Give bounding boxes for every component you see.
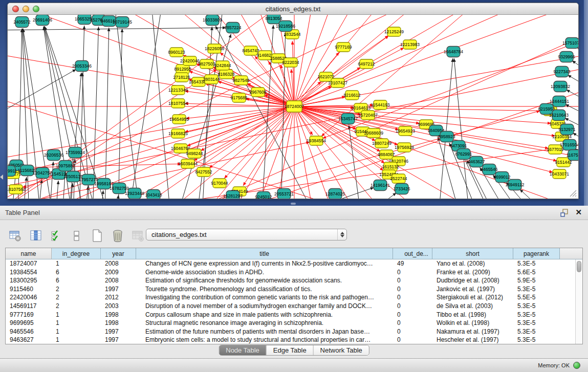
close-panel-icon[interactable]: ✕ (575, 208, 582, 217)
column-header-short[interactable]: short (432, 248, 513, 259)
selected-edge[interactable] (209, 106, 294, 168)
edge[interactable] (105, 28, 109, 199)
selected-edge-ray[interactable] (294, 106, 578, 199)
network-node-selected[interactable]: 22420046 (180, 56, 200, 65)
edge[interactable] (116, 195, 119, 199)
table-row[interactable]: 2242004622012Investigating the contribut… (6, 293, 582, 302)
network-node-selected[interactable]: 10107427 (328, 78, 347, 87)
edge[interactable] (79, 26, 84, 199)
network-node[interactable]: 8762991 (455, 149, 472, 160)
network-node-selected[interactable]: 2803144 (203, 75, 220, 84)
tab-network-table[interactable]: Network Table (314, 345, 369, 355)
table-row[interactable]: 946554611997Estimation of the future num… (6, 327, 582, 336)
select-attributes-icon[interactable] (49, 229, 63, 243)
selected-edge[interactable] (294, 106, 553, 172)
network-node[interactable]: 20691406 (33, 15, 52, 26)
network-node-selected[interactable]: 19166825 (168, 129, 188, 138)
network-node-selected[interactable]: 9242844 (214, 61, 231, 70)
delete-attribute-icon[interactable] (111, 229, 124, 243)
network-node-selected[interactable]: 18226058 (205, 44, 224, 53)
column-header-name[interactable]: name (6, 248, 52, 259)
new-table-icon[interactable] (90, 229, 104, 243)
network-node[interactable]: 9227343 (553, 67, 570, 77)
network-node[interactable]: 9463627 (468, 157, 485, 167)
tab-node-table[interactable]: Node Table (219, 345, 267, 355)
network-node[interactable]: 9329966 (558, 52, 575, 62)
edge[interactable] (454, 58, 469, 199)
network-graph[interactable]: 1872400789601231822605889129559827503165… (8, 15, 578, 199)
network-node[interactable]: 8958923 (438, 132, 455, 142)
network-node[interactable]: 12874025 (325, 189, 345, 199)
network-node-selected[interactable]: 18107554 (168, 99, 188, 108)
selected-edge-ray[interactable] (294, 106, 578, 199)
selected-edge-ray[interactable] (294, 106, 578, 199)
column-header-pagerank[interactable]: pagerank (513, 248, 560, 259)
zoom-window-button[interactable] (33, 6, 39, 12)
edge[interactable] (577, 47, 578, 63)
column-header-out_degree[interactable]: out_de... (393, 248, 432, 259)
network-node-selected[interactable]: 12213983 (400, 40, 420, 49)
collapse-panel-arrow-icon[interactable] (0, 174, 3, 180)
network-node[interactable]: 9699012 (493, 172, 510, 183)
network-node-selected[interactable]: 8427552 (195, 167, 212, 177)
table-scrollbar[interactable] (575, 259, 582, 344)
network-node-selected[interactable]: 10433071 (550, 169, 569, 179)
network-node[interactable]: 17359924 (66, 147, 85, 158)
network-node-selected[interactable]: 8960123 (168, 48, 185, 57)
table-row[interactable]: 977716911998Corpus callosum shape and si… (6, 311, 582, 319)
network-node-selected[interactable]: 8216612 (343, 91, 360, 100)
network-node-selected[interactable]: 2522744 (390, 174, 407, 183)
selected-edge-ray[interactable] (294, 15, 578, 106)
network-node-selected[interactable]: 9777169 (335, 42, 352, 52)
network-node[interactable]: 9465546 (481, 164, 497, 175)
network-node-selected[interactable]: 2718126 (173, 73, 190, 82)
edge[interactable] (572, 60, 578, 77)
network-node-selected[interactable]: 8912955 (174, 64, 191, 74)
network-node-selected[interactable]: 19654955 (169, 115, 189, 124)
edge[interactable] (568, 75, 578, 92)
network-window-titlebar[interactable]: citations_edges.txt (8, 3, 578, 15)
network-node[interactable]: 15751074 (562, 38, 578, 49)
network-node-selected[interactable]: 2967608 (249, 87, 266, 97)
network-node-selected[interactable]: 9175685 (230, 93, 247, 102)
network-node-selected[interactable]: 12125249 (384, 27, 404, 36)
network-node-selected[interactable]: 9827503 (198, 59, 215, 69)
tab-edge-table[interactable]: Edge Table (267, 345, 314, 355)
selected-edge-ray[interactable] (294, 106, 578, 199)
table-row[interactable]: 1456911722003Disruption of a novel membe… (6, 302, 582, 311)
network-node-selected[interactable]: 18807249 (372, 139, 391, 148)
network-node-selected[interactable]: 19384554 (307, 136, 326, 145)
network-node[interactable]: 16949112 (505, 180, 524, 190)
network-node[interactable]: 2405572 (13, 17, 30, 28)
column-header-in_degree[interactable]: in_degree (52, 248, 101, 259)
network-node[interactable]: 20206536 (44, 150, 63, 161)
selected-edge-ray[interactable] (294, 15, 578, 106)
selected-edge-ray[interactable] (294, 15, 578, 106)
table-row[interactable]: 1938455462009Genome-wide association stu… (6, 268, 582, 277)
panel-divider-handle[interactable] (291, 203, 296, 205)
network-node-selected[interactable]: 19756928 (395, 143, 414, 152)
edge[interactable] (8, 28, 226, 30)
close-window-button[interactable] (12, 6, 19, 12)
network-node[interactable]: 14196141 (371, 180, 390, 191)
selected-edge-ray[interactable] (294, 106, 578, 199)
window-resize-grip[interactable] (568, 188, 577, 198)
table-row[interactable]: 946362711997Embryonic stem cells: a mode… (6, 336, 582, 344)
edge[interactable] (366, 193, 397, 199)
network-node[interactable]: 9132971 (558, 124, 575, 135)
network-node-selected[interactable]: 15720407 (358, 111, 378, 120)
selected-edge-ray[interactable] (294, 15, 578, 106)
network-node-selected[interactable]: 9827548 (232, 76, 249, 85)
table-row[interactable]: 1830029562008Estimation of significance … (6, 276, 582, 285)
network-node-selected[interactable]: 9498244 (186, 149, 203, 158)
network-node[interactable]: 1167533 (567, 150, 578, 161)
network-node[interactable]: 16648784 (444, 47, 463, 57)
minimize-window-button[interactable] (23, 6, 29, 12)
selected-edge-ray[interactable] (294, 15, 578, 106)
table-row[interactable]: 969969511998Structural magnetic resonanc… (6, 319, 582, 327)
table-row[interactable]: 911546021997Tourette syndrome. Phenomeno… (6, 285, 582, 294)
column-header-year[interactable]: year (101, 248, 136, 259)
selected-edge-ray[interactable] (294, 15, 557, 106)
edge[interactable] (8, 69, 76, 117)
network-node[interactable]: 1733426 (393, 184, 410, 194)
